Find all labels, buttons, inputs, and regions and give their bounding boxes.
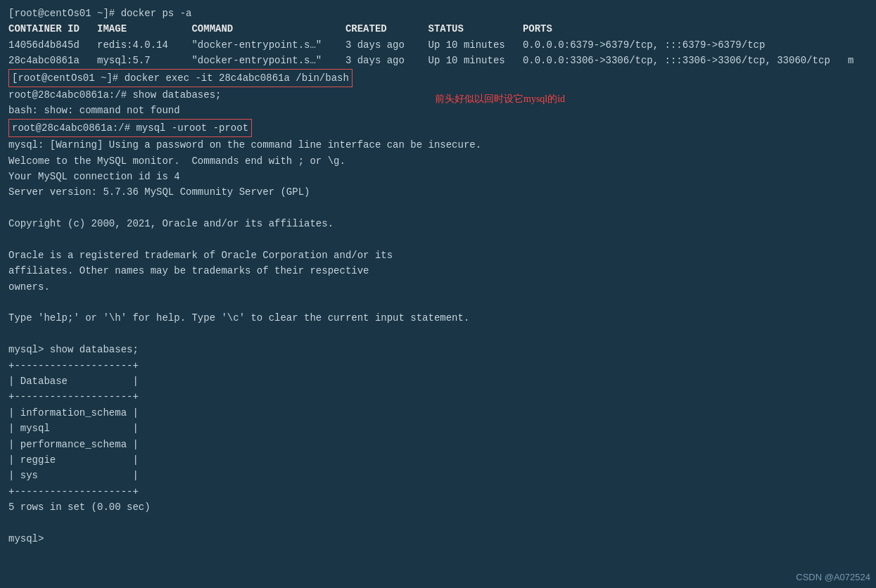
terminal-line: Type 'help;' or '\h' for help. Type '\c'… bbox=[8, 310, 868, 326]
terminal-line bbox=[8, 326, 868, 342]
highlighted-command: root@28c4abc0861a:/# mysql -uroot -proot bbox=[8, 119, 252, 137]
terminal-line: [root@centOs01 ~]# docker exec -it 28c4a… bbox=[8, 69, 868, 87]
terminal-line: mysql> show databases; bbox=[8, 342, 868, 357]
terminal-line: [root@centOs01 ~]# docker ps -a bbox=[8, 6, 868, 21]
terminal-line: Welcome to the MySQL monitor. Commands e… bbox=[8, 153, 868, 169]
terminal-line: Oracle is a registered trademark of Orac… bbox=[8, 248, 868, 263]
terminal-line bbox=[8, 295, 868, 310]
terminal-line: affiliates. Other names may be trademark… bbox=[8, 263, 868, 279]
terminal-line bbox=[8, 516, 868, 531]
terminal-line bbox=[8, 231, 868, 247]
terminal-line: | performance_schema | bbox=[8, 437, 868, 452]
terminal-line: +--------------------+ bbox=[8, 389, 868, 404]
terminal-line: +--------------------+ bbox=[8, 484, 868, 499]
terminal-line: root@28c4abc0861a:/# mysql -uroot -proot bbox=[8, 119, 868, 137]
highlighted-command: [root@centOs01 ~]# docker exec -it 28c4a… bbox=[8, 69, 353, 87]
terminal-line: Copyright (c) 2000, 2021, Oracle and/or … bbox=[8, 216, 868, 231]
terminal-line: Server version: 5.7.36 MySQL Community S… bbox=[8, 184, 868, 200]
terminal-line: 14056d4b845d redis:4.0.14 "docker-entryp… bbox=[8, 37, 868, 53]
terminal-line bbox=[8, 200, 868, 216]
terminal-line: 28c4abc0861a mysql:5.7 "docker-entrypoin… bbox=[8, 53, 868, 68]
terminal-line: mysql: [Warning] Using a password on the… bbox=[8, 137, 868, 153]
terminal-line: | sys | bbox=[8, 468, 868, 483]
terminal-line: CONTAINER ID IMAGE COMMAND CREATED STATU… bbox=[8, 21, 868, 37]
terminal-line: owners. bbox=[8, 279, 868, 295]
watermark: CSDN @A072524 bbox=[796, 572, 870, 582]
terminal-line: Your MySQL connection id is 4 bbox=[8, 169, 868, 184]
terminal-line: | reggie | bbox=[8, 452, 868, 468]
terminal-line: | Database | bbox=[8, 373, 868, 389]
terminal-line: +--------------------+ bbox=[8, 358, 868, 373]
terminal-line: 5 rows in set (0.00 sec) bbox=[8, 499, 868, 515]
terminal-line: mysql> bbox=[8, 531, 868, 547]
annotation-text: 前头好似以回时设它mysql的id bbox=[435, 93, 565, 106]
terminal-line: | information_schema | bbox=[8, 405, 868, 421]
terminal-line: | mysql | bbox=[8, 421, 868, 436]
terminal-window: [root@centOs01 ~]# docker ps -aCONTAINER… bbox=[0, 0, 876, 588]
